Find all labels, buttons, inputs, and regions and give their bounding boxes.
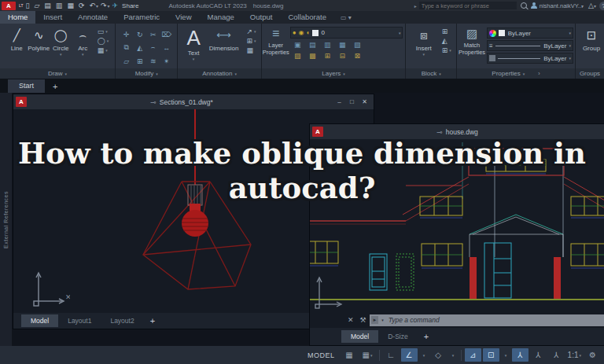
offset-icon[interactable]: ≋: [146, 54, 160, 68]
autodesk-caret-icon[interactable]: ▾: [594, 3, 596, 9]
table-button[interactable]: ▦: [247, 46, 256, 54]
new-layout-button[interactable]: +: [150, 316, 155, 325]
copy-icon[interactable]: ⧉: [120, 41, 133, 54]
leader-button[interactable]: ↗▾: [247, 28, 256, 35]
rectangle-button[interactable]: ▭▾: [98, 28, 109, 35]
modify-panel-label[interactable]: Modify▾: [116, 68, 177, 79]
polar-tracking-icon[interactable]: ∠: [401, 348, 418, 362]
user-avatar-icon[interactable]: [531, 2, 538, 9]
stretch-icon[interactable]: ↔: [160, 41, 173, 54]
line-button[interactable]: ╱ Line: [6, 26, 28, 52]
layer-tool-icon[interactable]: ▨: [290, 50, 305, 61]
open-icon[interactable]: ▱: [34, 0, 39, 11]
circle-button[interactable]: ◯ Circle ▾: [50, 26, 72, 57]
object-snap-tracking-icon[interactable]: ⊿: [465, 348, 481, 362]
layout2-tab[interactable]: Layout2: [101, 314, 143, 327]
text-button[interactable]: A Text ▾: [183, 26, 204, 61]
explode-icon[interactable]: ✴: [160, 54, 173, 68]
gear-icon[interactable]: ⚙: [584, 348, 601, 362]
scale-icon[interactable]: ▱: [120, 54, 133, 68]
groups-panel-label[interactable]: Groups: [576, 68, 604, 79]
close-button[interactable]: ✕: [359, 97, 370, 107]
layer-tool-icon[interactable]: ▦: [335, 39, 350, 50]
keyword-search-input[interactable]: [419, 2, 517, 9]
object-color-dropdown[interactable]: ByLayer ▾: [487, 28, 573, 39]
tab-view[interactable]: View: [168, 11, 199, 24]
help-icon[interactable]: ?: [599, 2, 604, 10]
match-properties-button[interactable]: ▨ Match Properties: [457, 26, 487, 56]
d-size-tab[interactable]: D-Size: [378, 330, 418, 343]
multileader-button[interactable]: ⊞▾: [247, 37, 256, 45]
sync-icon[interactable]: ⟳: [79, 0, 85, 11]
model-tab[interactable]: Model: [21, 314, 58, 327]
model-tab[interactable]: Model: [341, 330, 378, 343]
polar-caret-icon[interactable]: ▾: [419, 348, 429, 362]
rotate-icon[interactable]: ↻: [133, 28, 146, 41]
hatch-button[interactable]: ▦▾: [98, 46, 109, 54]
tab-annotate[interactable]: Annotate: [70, 11, 116, 24]
layer-tool-icon[interactable]: ⊠: [350, 50, 365, 61]
properties-dialog-launcher-icon[interactable]: ›: [538, 71, 540, 76]
maximize-button[interactable]: □: [346, 97, 358, 107]
object-snap-icon[interactable]: ⊡: [483, 348, 499, 362]
command-tools-icon[interactable]: ⚒: [360, 316, 366, 324]
trim-icon[interactable]: ✂: [146, 28, 160, 41]
layer-tool-icon[interactable]: ▣: [290, 39, 305, 50]
search-icon[interactable]: [521, 2, 527, 9]
share-icon[interactable]: ✈: [112, 0, 119, 11]
layer-tool-icon[interactable]: ▩: [305, 50, 320, 61]
group-button[interactable]: ⊡ Group: [579, 26, 604, 52]
tab-parametric[interactable]: Parametric: [116, 11, 168, 24]
share-label[interactable]: Share: [122, 2, 138, 9]
properties-panel-label[interactable]: Properties▾ ›: [457, 68, 575, 79]
annotation-scale-icon[interactable]: ⅄: [548, 348, 565, 362]
start-tab[interactable]: Start: [8, 79, 45, 93]
redo-caret-icon[interactable]: ▾: [108, 3, 110, 9]
snap-mode-icon[interactable]: ▦▾: [359, 348, 376, 362]
command-close-icon[interactable]: ✕: [348, 316, 354, 324]
dimension-button[interactable]: ⟷ Dimension: [207, 26, 241, 52]
autodesk-app-icon[interactable]: △: [588, 2, 594, 9]
annotation-visibility-icon[interactable]: ⅄: [512, 348, 528, 362]
external-references-palette-tab[interactable]: External References: [0, 93, 12, 346]
array-icon[interactable]: ⊞: [133, 54, 146, 68]
search-history-arrow-icon[interactable]: ▸: [414, 3, 417, 9]
ortho-icon[interactable]: ∟: [383, 348, 400, 362]
edit-block-button[interactable]: ◭: [442, 37, 451, 45]
layout1-tab[interactable]: Layout1: [58, 314, 101, 327]
layer-tool-icon[interactable]: ⊞: [320, 50, 335, 61]
iso-caret-icon[interactable]: ▾: [448, 348, 458, 362]
layer-dropdown[interactable]: ● ◉ ◐ 0 ▾: [290, 27, 403, 39]
grid-icon[interactable]: ▦: [341, 348, 358, 362]
sections-window-titlebar[interactable]: A ⊸ Sections_01.dwg* – □ ✕: [13, 94, 374, 109]
fillet-icon[interactable]: ⌢: [146, 41, 160, 54]
tab-home[interactable]: Home: [0, 11, 35, 24]
arc-button[interactable]: ⌢ Arc ▾: [72, 26, 94, 57]
layer-tool-icon[interactable]: ⊟: [335, 50, 350, 61]
command-bar[interactable]: ▸ ▾: [370, 314, 604, 326]
layers-panel-label[interactable]: Layers▾: [262, 68, 406, 79]
model-space-button[interactable]: MODEL: [306, 348, 337, 362]
move-icon[interactable]: ✛: [120, 28, 133, 41]
annotation-panel-label[interactable]: Annotation▾: [178, 68, 260, 79]
ribbon-options-icon[interactable]: ▭ ▾: [341, 14, 352, 24]
undo-icon[interactable]: ↶: [89, 0, 95, 11]
minimize-button[interactable]: –: [333, 97, 345, 107]
new-layout-button[interactable]: +: [424, 332, 429, 341]
new-drawing-tab-button[interactable]: +: [53, 82, 57, 93]
tab-output[interactable]: Output: [242, 11, 281, 24]
lineweight-dropdown[interactable]: ≡ ByLayer ▾: [487, 40, 573, 51]
block-panel-label[interactable]: Block▾: [406, 68, 456, 79]
autocad-logo-icon[interactable]: A: [2, 2, 16, 10]
signed-in-user[interactable]: nishant.naikVY...: [540, 2, 583, 9]
redo-icon[interactable]: ↷: [101, 0, 107, 11]
mirror-icon[interactable]: ◭: [133, 41, 146, 54]
tab-manage[interactable]: Manage: [200, 11, 242, 24]
tab-insert[interactable]: Insert: [35, 11, 70, 24]
title-bar[interactable]: A LT ▯ ▱ ▤ ▥ ▦ ⟳ ↶ ▾ ↷ ▾ ✈ Share Autodes…: [0, 0, 604, 11]
isometric-drafting-icon[interactable]: ◇: [430, 348, 447, 362]
layer-properties-button[interactable]: ≡ Layer Properties: [262, 26, 290, 56]
tab-collaborate[interactable]: Collaborate: [280, 11, 334, 24]
plot-icon[interactable]: ▦: [67, 0, 74, 11]
new-icon[interactable]: ▯: [25, 0, 29, 11]
